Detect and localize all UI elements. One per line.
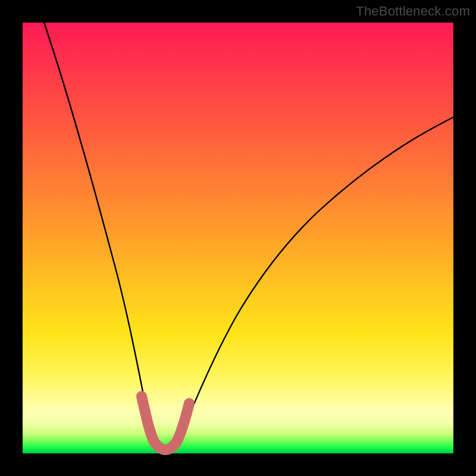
watermark-text: TheBottleneck.com — [356, 4, 470, 19]
chart-svg — [23, 23, 453, 453]
plot-area — [23, 23, 453, 453]
bottleneck-curve — [44, 23, 453, 449]
chart-frame: TheBottleneck.com — [0, 0, 476, 476]
highlight-region — [142, 396, 189, 450]
